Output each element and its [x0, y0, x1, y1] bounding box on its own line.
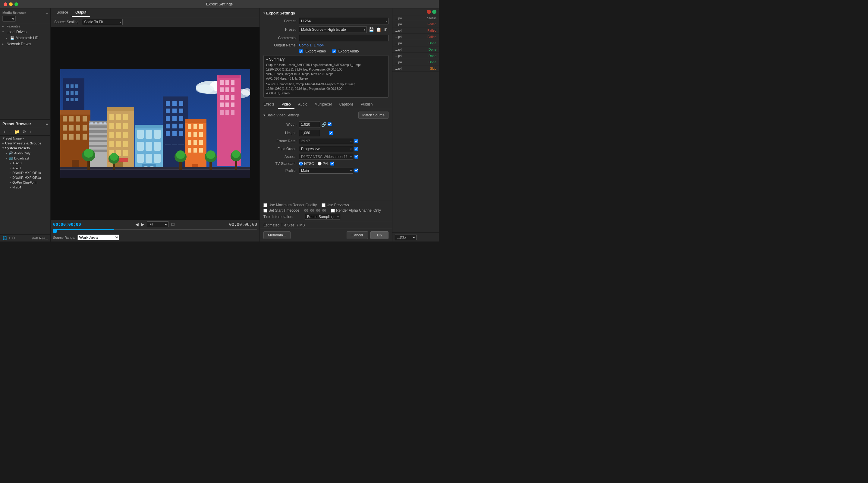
width-checkbox[interactable] — [328, 122, 332, 126]
tab-video[interactable]: Video — [278, 100, 294, 109]
save-preset-button[interactable]: 💾 — [368, 27, 374, 33]
output-name-link[interactable]: Comp 1_1.mp4 — [299, 43, 324, 47]
delete-preset-button[interactable]: 🗑 — [383, 27, 389, 33]
tree-item-network-drives[interactable]: ▸ Network Drives — [0, 41, 50, 47]
time-interpolation-select[interactable]: Frame Sampling Frame Blending Optical Fl… — [305, 214, 340, 220]
summary-arrow[interactable]: ▾ — [266, 57, 268, 61]
profile-select[interactable]: Main Baseline High — [299, 168, 353, 174]
minimize-button[interactable] — [9, 2, 13, 6]
export-settings-arrow[interactable]: ▾ — [264, 11, 265, 15]
aspect-select[interactable]: D1/DV NTSC Widescreen 16:9 (1.2121) Squa… — [299, 154, 353, 160]
max-render-quality-checkbox[interactable] — [264, 203, 267, 207]
play-button[interactable]: ▶ — [141, 222, 144, 227]
queue-item-3[interactable]: …p4 Done — [393, 40, 439, 47]
basic-video-arrow[interactable]: ▾ — [264, 113, 265, 117]
queue-item-4[interactable]: …p4 Done — [393, 47, 439, 53]
queue-item-5[interactable]: …p4 Done — [393, 53, 439, 59]
source-range-select[interactable]: Work Area Entire Sequence Custom — [78, 235, 119, 240]
window-controls[interactable] — [4, 2, 18, 6]
aspect-checkbox[interactable] — [354, 155, 358, 159]
media-browser-menu-icon[interactable]: ≡ — [46, 11, 48, 14]
tab-captions[interactable]: Captions — [336, 100, 357, 109]
height-input[interactable] — [299, 130, 320, 136]
match-source-button[interactable]: Match Source — [358, 112, 389, 119]
tree-item-local-drives[interactable]: ▾ Local Drives — [0, 29, 50, 35]
dnxhr-item[interactable]: ▸ DNxHR MXF OP1a — [0, 175, 50, 180]
add-preset-button[interactable]: + — [2, 129, 7, 134]
plus-icon[interactable]: + — [8, 236, 11, 240]
export-video-checkbox[interactable] — [299, 50, 303, 53]
go-to-start-button[interactable]: ◀ — [135, 222, 138, 227]
audio-only-item[interactable]: ▸ 🔊 Audio Only — [0, 150, 50, 156]
metadata-button[interactable]: Metadata... — [264, 231, 290, 239]
close-button[interactable] — [4, 2, 7, 6]
broadcast-item[interactable]: ▾ 📺 Broadcast — [0, 156, 50, 161]
dnxhd-item[interactable]: ▸ DNxHD MXF OP1a — [0, 170, 50, 175]
start-timecode-checkbox[interactable] — [264, 209, 267, 213]
queue-item-1[interactable]: …p4 Failed — [393, 27, 439, 34]
queue-dropdown[interactable]: …(CL) — [395, 235, 416, 240]
render-alpha-checkbox[interactable] — [331, 209, 335, 213]
tab-audio[interactable]: Audio — [294, 100, 311, 109]
queue-start-button[interactable] — [432, 10, 436, 14]
output-name-label: Output Name: — [264, 43, 297, 47]
fullscreen-button[interactable]: ⊡ — [171, 222, 175, 227]
tab-output[interactable]: Output — [72, 8, 90, 17]
tab-publish[interactable]: Publish — [357, 100, 376, 109]
system-presets-group[interactable]: ▾ System Presets — [0, 146, 50, 150]
format-select[interactable]: H.264 H.265 MPEG-2 — [299, 18, 389, 24]
svg-rect-29 — [75, 91, 79, 95]
field-order-checkbox[interactable] — [354, 147, 358, 151]
field-order-select[interactable]: Progressive Upper First Lower First — [299, 146, 353, 152]
media-browser-dropdown[interactable] — [2, 16, 16, 22]
queue-item-0[interactable]: …p4 Failed — [393, 21, 439, 27]
queue-item-7[interactable]: …p4 Skip — [393, 65, 439, 72]
ntsc-radio[interactable] — [299, 161, 303, 165]
ok-button[interactable]: OK — [370, 231, 389, 239]
preset-folder-button[interactable]: 📁 — [13, 129, 20, 134]
svg-rect-43 — [63, 134, 67, 140]
scrubber-handle[interactable] — [53, 229, 57, 233]
tv-standard-checkbox[interactable] — [330, 161, 334, 165]
comments-input[interactable] — [299, 35, 389, 41]
width-input[interactable] — [299, 121, 320, 128]
use-previews-checkbox[interactable] — [321, 203, 326, 207]
fit-select[interactable]: Fit 25% 50% 75% 100% — [147, 221, 169, 227]
height-checkbox[interactable] — [329, 131, 333, 135]
import-preset-button[interactable]: 📋 — [375, 27, 382, 33]
frame-rate-checkbox[interactable] — [354, 139, 358, 143]
tree-item-macintosh-hd[interactable]: ▸ 💾 Macintosh HD — [0, 35, 50, 41]
preset-settings-button[interactable]: ⚙ — [22, 129, 27, 134]
user-presets-group[interactable]: ▸ User Presets & Groups — [0, 141, 50, 146]
profile-checkbox[interactable] — [354, 169, 358, 173]
queue-stop-button[interactable] — [427, 10, 431, 14]
preset-select[interactable]: Match Source – High bitrate Match Source… — [299, 26, 367, 33]
pal-label: PAL — [323, 161, 330, 166]
frame-rate-row: Frame Rate: 29.97 23.976 24 25 30 — [264, 138, 389, 144]
queue-item-6[interactable]: …p4 Done — [393, 59, 439, 65]
export-audio-checkbox[interactable] — [332, 50, 336, 53]
preset-import-button[interactable]: ↓ — [28, 129, 32, 134]
tab-effects[interactable]: Effects — [260, 100, 278, 109]
tab-multiplexer[interactable]: Multiplexer — [311, 100, 336, 109]
timeline-scrubber[interactable] — [53, 229, 257, 234]
tree-item-favorites[interactable]: ▸ Favorites — [0, 23, 50, 29]
frame-rate-select[interactable]: 29.97 23.976 24 25 30 — [299, 138, 353, 144]
preset-browser-menu-icon[interactable]: ≡ — [45, 121, 48, 126]
gear-icon[interactable]: ⚙ — [12, 236, 16, 240]
remove-preset-button[interactable]: − — [8, 129, 12, 134]
as11-item[interactable]: ▸ AS-11 — [0, 165, 50, 170]
gopro-item[interactable]: ▸ GoPro CineForm — [0, 180, 50, 185]
scrubber-track[interactable] — [53, 229, 257, 230]
tab-source[interactable]: Source — [53, 8, 72, 17]
source-scaling-select[interactable]: Scale To Fit Stretch to Fill Scale to Fi… — [82, 19, 123, 25]
as10-item[interactable]: ▸ AS-10 — [0, 161, 50, 165]
svg-rect-58 — [99, 122, 102, 124]
svg-rect-18 — [225, 102, 229, 107]
globe-icon[interactable]: 🌐 — [2, 236, 7, 240]
cancel-button[interactable]: Cancel — [347, 231, 368, 239]
h264-item[interactable]: ▸ H.264 — [0, 185, 50, 190]
queue-item-2[interactable]: …p4 Failed — [393, 34, 439, 40]
pal-radio[interactable] — [318, 161, 321, 165]
maximize-button[interactable] — [14, 2, 18, 6]
